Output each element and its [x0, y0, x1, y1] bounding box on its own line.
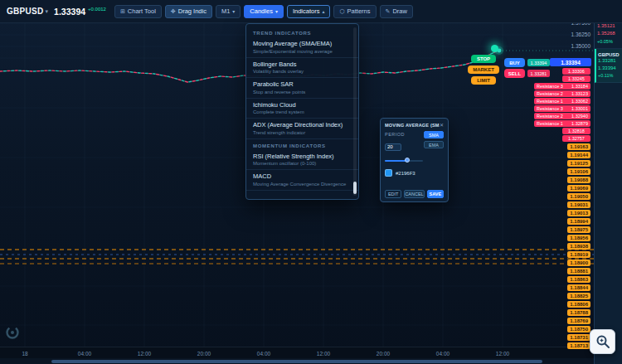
toolbar-button-label: Draw	[392, 7, 407, 15]
menu-item-name: MACD	[253, 172, 350, 180]
resistance-label: Resistance 21.32940	[534, 113, 590, 119]
grid-icon: ⊞	[120, 8, 125, 15]
zoom-button[interactable]	[590, 329, 615, 354]
resistance-price: 1.32757	[568, 136, 585, 141]
sma-button[interactable]: SMA	[424, 131, 444, 138]
ma-type-toggle: SMA EMA	[424, 131, 444, 148]
menu-item-parabolic-sar[interactable]: Parabolic SARStop and reverse points	[246, 78, 358, 99]
resistance-price: 1.33245	[568, 76, 585, 81]
menu-item-adx-average-directional-index[interactable]: ADX (Average Directional Index)Trend str…	[246, 119, 358, 139]
support-labels: 1.191631.191441.191251.191061.190881.190…	[567, 143, 590, 349]
time-axis-label: 20:00	[193, 351, 215, 357]
instrument-bid: 1.33281	[598, 57, 620, 65]
menu-item-desc: Volatility bands overlay	[253, 69, 350, 74]
menu-item-desc: Moving Average Convergence Divergence	[253, 182, 350, 187]
pattern-icon: ⬡	[339, 8, 344, 15]
toolbar-button-m1[interactable]: M1▾	[216, 5, 241, 18]
symbol-selector[interactable]: GBPUSD ▾	[7, 7, 48, 16]
menu-item-desc: Simple/Exponential moving average	[253, 49, 350, 54]
time-axis-label: 12:00	[492, 351, 513, 357]
dialog-footer: EDIT CANCEL SAVE	[385, 190, 444, 198]
support-label: 1.18713	[567, 342, 590, 349]
drag-icon: ✥	[171, 8, 176, 15]
horizontal-scrollbar[interactable]	[0, 358, 594, 364]
menu-item-ichimoku-cloud[interactable]: Ichimoku CloudComplete trend system	[246, 99, 358, 119]
watchlist-item-gbpusd[interactable]: GBPUSD1.332811.33394+0.11%	[595, 49, 622, 84]
market-instruments: EURUSD1.351211.35268+0.05%GBPUSD1.332811…	[595, 14, 622, 83]
watermark-logo	[5, 325, 20, 343]
support-label: 1.18769	[567, 318, 590, 324]
price-scale-label: 1.36250	[571, 32, 591, 37]
time-axis-label: 04:00	[432, 351, 454, 357]
support-label: 1.19088	[567, 177, 590, 183]
toolbar-button-chart-tool[interactable]: ⊞Chart Tool	[114, 5, 162, 18]
scrollbar-handle[interactable]	[51, 360, 542, 363]
resistance-label: Resistance 21.33123	[534, 90, 590, 97]
menu-item-desc: Complete trend system	[253, 109, 350, 114]
menu-item-rsi-relative-strength-index[interactable]: RSI (Relative Strength Index)Momentum os…	[246, 150, 358, 171]
resistance-name: Resistance 1	[537, 121, 563, 126]
menu-item-name: Bollinger Bands	[253, 61, 350, 68]
resistance-labels: 1.333061.33245Resistance 31.33184Resista…	[534, 68, 590, 142]
resistance-price: 1.33306	[568, 69, 585, 74]
resistance-name: Resistance 3	[537, 84, 563, 89]
resistance-label: Resistance 31.33184	[534, 83, 590, 90]
toolbar-button-candles[interactable]: Candles▾	[244, 5, 284, 18]
chevron-down-icon: ▾	[46, 8, 49, 15]
menu-scrollbar-handle[interactable]	[353, 182, 357, 194]
close-icon[interactable]: ✕	[440, 122, 444, 128]
support-label: 1.18975	[567, 226, 590, 233]
resistance-label: 1.32818	[562, 128, 590, 134]
menu-item-macd[interactable]: MACDMoving Average Convergence Divergenc…	[246, 170, 358, 191]
instrument-change: +0.11%	[598, 73, 620, 78]
support-label: 1.18788	[567, 309, 590, 316]
toolbar-button-label: Candles	[250, 7, 273, 15]
menu-item-bollinger-bands[interactable]: Bollinger BandsVolatility bands overlay	[246, 58, 358, 79]
menu-item-desc: Trend strength indicator	[253, 130, 350, 135]
menu-item-desc: Momentum oscillator (0-100)	[253, 161, 350, 166]
save-button[interactable]: SAVE	[427, 190, 444, 198]
ema-button[interactable]: EMA	[424, 141, 444, 148]
sell-button[interactable]: SELL	[504, 69, 525, 78]
toolbar-button-patterns[interactable]: ⬡Patterns	[333, 5, 376, 18]
header-change: +0.0012	[88, 7, 106, 12]
resistance-price: 1.33001	[571, 106, 588, 111]
period-slider[interactable]	[385, 158, 423, 164]
cancel-button[interactable]: CANCEL	[404, 190, 424, 198]
period-input[interactable]	[385, 143, 401, 151]
market-order-button[interactable]: MARKET	[468, 66, 499, 74]
current-price-label: 1.33394	[550, 58, 591, 66]
time-axis-label: 18	[14, 351, 36, 357]
magnifier-icon	[595, 334, 610, 349]
support-label: 1.19125	[567, 160, 590, 167]
resistance-price: 1.33184	[571, 84, 588, 89]
toolbar-button-draw[interactable]: ✎Draw	[380, 5, 413, 18]
support-label: 1.19163	[567, 143, 590, 150]
resistance-name: Resistance 3	[537, 106, 563, 111]
slider-knob[interactable]	[405, 158, 410, 163]
support-label: 1.18938	[567, 243, 590, 250]
color-swatch[interactable]	[385, 169, 392, 177]
time-axis-label: 20:00	[372, 351, 394, 357]
menu-scrollbar[interactable]	[353, 27, 357, 196]
limit-order-button[interactable]: LIMIT	[471, 76, 496, 85]
indicators-menu-list: TREND INDICATORSMoving Average (SMA/EMA)…	[246, 27, 358, 191]
menu-item-moving-average-sma-ema[interactable]: Moving Average (SMA/EMA)Simple/Exponenti…	[246, 37, 358, 58]
pencil-icon: ✎	[386, 8, 391, 15]
toolbar-button-indicators[interactable]: Indicators▴	[287, 5, 331, 18]
toolbar-button-drag-indic[interactable]: ✥Drag Indic	[165, 5, 212, 18]
stop-order-button[interactable]: STOP	[471, 55, 496, 63]
buy-button[interactable]: BUY	[504, 58, 525, 67]
resistance-label: Resistance 11.33062	[534, 98, 590, 104]
resistance-name: Resistance 1	[537, 99, 563, 104]
resistance-price: 1.33123	[571, 91, 588, 96]
support-label: 1.19106	[567, 168, 590, 175]
support-label: 1.19031	[567, 201, 590, 208]
support-label: 1.18731	[567, 334, 590, 341]
trading-app: GBPUSD ▾ 1.33394 +0.0012 ⊞Chart Tool✥Dra…	[0, 0, 622, 364]
market-panel: MARKET EURUSD1.351211.35268+0.05%GBPUSD1…	[594, 0, 622, 364]
slider-fill	[385, 160, 407, 162]
support-label: 1.19144	[567, 152, 590, 158]
support-label: 1.19013	[567, 210, 590, 216]
edit-button[interactable]: EDIT	[385, 190, 401, 198]
